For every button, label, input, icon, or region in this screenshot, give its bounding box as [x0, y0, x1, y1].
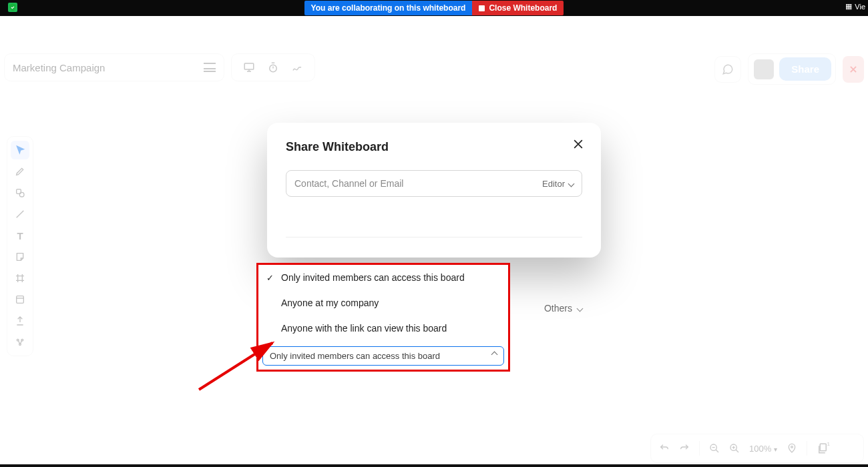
option-label: Only invited members can access this boa… — [281, 272, 465, 283]
others-label: Others — [544, 303, 572, 314]
access-dropdown-open: ✓ Only invited members can access this b… — [256, 263, 510, 372]
collab-banner: You are collaborating on this whiteboard — [304, 1, 473, 15]
modal-divider — [286, 237, 582, 238]
option-label: Anyone with the link can view this board — [281, 323, 447, 334]
access-option-invited[interactable]: ✓ Only invited members can access this b… — [258, 265, 508, 290]
invite-placeholder: Contact, Channel or Email — [294, 178, 403, 189]
invite-input-row[interactable]: Contact, Channel or Email Editor — [286, 170, 582, 197]
close-whiteboard-label: Close Whiteboard — [489, 3, 557, 13]
app-topbar: You are collaborating on this whiteboard… — [0, 0, 868, 16]
chevron-down-icon — [577, 305, 584, 312]
close-whiteboard-button[interactable]: Close Whiteboard — [472, 1, 564, 15]
others-row[interactable]: Others — [544, 303, 582, 314]
grid-icon: ▦ — [845, 2, 852, 11]
stop-icon — [479, 5, 485, 11]
whiteboard-canvas[interactable]: Marketing Campaign Share T — [0, 16, 868, 467]
view-toggle[interactable]: ▦ Vie — [845, 2, 865, 11]
access-option-link[interactable]: Anyone with the link can view this board — [258, 316, 508, 341]
access-select[interactable]: Only invited members can access this boa… — [262, 346, 504, 366]
option-label: Anyone at my company — [281, 298, 379, 308]
view-label: Vie — [855, 3, 865, 11]
chevron-down-icon — [568, 180, 575, 187]
role-label: Editor — [542, 179, 565, 189]
shield-icon — [8, 3, 17, 12]
window-bottom-border — [0, 464, 868, 467]
modal-close-button[interactable] — [572, 137, 585, 153]
modal-title: Share Whiteboard — [286, 140, 582, 154]
modal-backdrop: Share Whiteboard Contact, Channel or Ema… — [0, 16, 868, 467]
chevron-up-icon — [491, 352, 498, 358]
access-selected-label: Only invited members can access this boa… — [270, 351, 440, 361]
access-option-company[interactable]: Anyone at my company — [258, 290, 508, 316]
role-select[interactable]: Editor — [542, 179, 574, 189]
access-option-list: ✓ Only invited members can access this b… — [258, 265, 508, 341]
share-modal: Share Whiteboard Contact, Channel or Ema… — [267, 123, 601, 258]
check-icon: ✓ — [266, 273, 274, 283]
